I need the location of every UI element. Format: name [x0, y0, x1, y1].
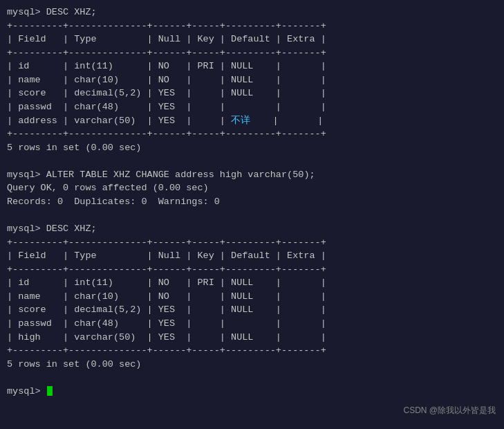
terminal-line: mysql>: [7, 385, 497, 399]
terminal-text-line: +---------+--------------+------+-----+-…: [7, 127, 497, 141]
chinese-text: 不详: [231, 116, 250, 126]
terminal-line: mysql> ALTER TABLE XHZ CHANGE address hi…: [7, 168, 497, 182]
terminal-text-line: +---------+--------------+------+-----+-…: [7, 263, 497, 277]
terminal-text-line: Query OK, 0 rows affected (0.00 sec): [7, 181, 497, 195]
terminal-text-line: 5 rows in set (0.00 sec): [7, 358, 497, 372]
terminal-text-line: | name | char(10) | NO | | NULL | |: [7, 73, 497, 87]
command: ALTER TABLE XHZ CHANGE address high varc…: [46, 170, 315, 180]
row-text-end: | |: [250, 116, 323, 126]
terminal-line: [7, 208, 497, 222]
terminal-line: [7, 154, 497, 168]
prompt: mysql>: [7, 170, 46, 180]
terminal-text-line: | name | char(10) | NO | | NULL | |: [7, 290, 497, 304]
row-text: | address | varchar(50) | YES | |: [7, 116, 231, 126]
prompt: mysql>: [7, 223, 46, 234]
terminal-container: mysql> DESC XHZ;+---------+-------------…: [0, 0, 504, 429]
command: DESC XHZ;: [46, 223, 97, 234]
terminal-text-line: +---------+--------------+------+-----+-…: [7, 19, 497, 33]
terminal-text-line: | passwd | char(48) | YES | | | |: [7, 100, 497, 114]
terminal-line: [7, 371, 497, 385]
terminal-text-line: Records: 0 Duplicates: 0 Warnings: 0: [7, 195, 497, 209]
terminal-text-line: | score | decimal(5,2) | YES | | NULL | …: [7, 86, 497, 100]
terminal-text-line: +---------+--------------+------+-----+-…: [7, 344, 497, 358]
terminal-text-line: | score | decimal(5,2) | YES | | NULL | …: [7, 303, 497, 317]
terminal-text-line: | Field | Type | Null | Key | Default | …: [7, 249, 497, 263]
command: DESC XHZ;: [46, 7, 97, 17]
terminal-text-line: | id | int(11) | NO | PRI | NULL | |: [7, 276, 497, 290]
prompt: mysql>: [7, 386, 46, 396]
terminal-text-line: +---------+--------------+------+-----+-…: [7, 236, 497, 250]
terminal-line: mysql> DESC XHZ;: [7, 222, 497, 236]
terminal-output: mysql> DESC XHZ;+---------+-------------…: [0, 0, 504, 429]
prompt: mysql>: [7, 7, 46, 17]
cursor: [47, 386, 53, 396]
terminal-text-line: | high | varchar(50) | YES | | NULL | |: [7, 331, 497, 345]
terminal-line: mysql> DESC XHZ;: [7, 6, 497, 19]
watermark: CSDN @除我以外皆是我: [403, 405, 496, 417]
terminal-text-line: | passwd | char(48) | YES | | | |: [7, 317, 497, 331]
terminal-text-line: | Field | Type | Null | Key | Default | …: [7, 33, 497, 46]
terminal-line: | address | varchar(50) | YES | | 不详 | |: [7, 114, 497, 128]
terminal-text-line: +---------+--------------+------+-----+-…: [7, 46, 497, 60]
terminal-text-line: 5 rows in set (0.00 sec): [7, 141, 497, 155]
terminal-text-line: | id | int(11) | NO | PRI | NULL | |: [7, 60, 497, 73]
